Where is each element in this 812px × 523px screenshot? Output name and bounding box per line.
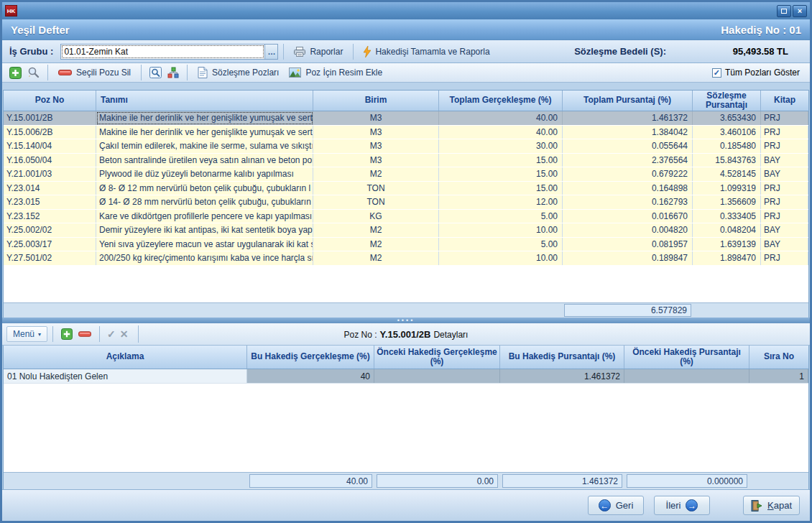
cell-poz_no[interactable]: Y.23.152 xyxy=(4,210,96,223)
cell-pursantaj[interactable]: 0.016670 xyxy=(563,210,693,223)
geri-button[interactable]: ← Geri xyxy=(588,496,644,515)
cell-birim[interactable]: M3 xyxy=(313,139,439,153)
cell-sozlesme_pursantaji[interactable]: 1.639139 xyxy=(693,238,761,251)
cell-bu_pursantaj[interactable]: 1.461372 xyxy=(500,369,624,383)
col-header-onceki-gerceklesme[interactable]: Önceki Hakediş Gerçekleşme (%) xyxy=(374,346,500,369)
cell-birim[interactable]: M2 xyxy=(313,223,439,237)
table-row[interactable]: Y.23.014Ø 8- Ø 12 mm nervürlü beton çeli… xyxy=(4,182,808,196)
cell-tanim[interactable]: Beton santralinde üretilen veya satın al… xyxy=(96,154,313,167)
cell-birim[interactable]: TON xyxy=(313,182,439,195)
cancel-icon[interactable]: ✕ xyxy=(118,328,131,340)
cell-gerceklesme[interactable]: 10.00 xyxy=(439,223,563,237)
cell-gerceklesme[interactable]: 40.00 xyxy=(439,111,563,125)
kapat-button[interactable]: Kapat xyxy=(743,496,800,515)
cell-kitap[interactable]: PRJ xyxy=(761,195,808,209)
col-header-tanimi[interactable]: Tanımı xyxy=(96,91,313,111)
menu-button[interactable]: Menü ▾ xyxy=(6,326,47,342)
is-grubu-browse-button[interactable]: … xyxy=(264,45,277,59)
poz-tree-button[interactable] xyxy=(165,65,182,80)
col-header-onceki-pursantaj[interactable]: Önceki Hakediş Pursantajı (%) xyxy=(624,346,749,369)
cell-gerceklesme[interactable]: 12.00 xyxy=(439,195,563,209)
ileri-button[interactable]: İleri → xyxy=(654,496,710,515)
cell-poz_no[interactable]: Y.21.001/03 xyxy=(4,167,96,181)
is-grubu-combobox[interactable]: 01.01-Zemin Kat … xyxy=(60,44,278,60)
cell-sozlesme_pursantaji[interactable]: 4.528145 xyxy=(693,167,761,181)
hakedisi-tamamla-button[interactable]: Hakedişi Tamamla ve Raporla xyxy=(359,44,494,60)
cell-sozlesme_pursantaji[interactable]: 3.653430 xyxy=(693,111,761,125)
cell-pursantaj[interactable]: 0.081957 xyxy=(563,238,693,251)
cell-gerceklesme[interactable]: 40.00 xyxy=(439,126,563,139)
cell-poz_no[interactable]: Y.15.006/2B xyxy=(4,126,96,139)
add-poz-button[interactable] xyxy=(6,65,24,80)
table-row[interactable]: Y.27.501/02200/250 kg kireç/çimento karı… xyxy=(4,251,808,266)
cell-kitap[interactable]: BAY xyxy=(761,167,808,181)
cell-gerceklesme[interactable]: 15.00 xyxy=(439,154,563,167)
cell-kitap[interactable]: BAY xyxy=(761,223,808,237)
cell-poz_no[interactable]: Y.25.003/17 xyxy=(4,238,96,251)
cell-gerceklesme[interactable]: 10.00 xyxy=(439,251,563,265)
cell-sozlesme_pursantaji[interactable]: 0.333405 xyxy=(693,210,761,223)
cell-kitap[interactable]: PRJ xyxy=(761,111,808,125)
cell-poz_no[interactable]: Y.25.002/02 xyxy=(4,223,96,237)
cell-tanim[interactable]: Ø 8- Ø 12 mm nervürlü beton çelik çubuğu… xyxy=(96,182,313,195)
cell-tanim[interactable]: Kare ve dikdörtgen profillerle pencere v… xyxy=(96,210,313,223)
cell-gerceklesme[interactable]: 15.00 xyxy=(439,182,563,195)
col-header-aciklama[interactable]: Açıklama xyxy=(4,346,247,369)
accept-icon[interactable]: ✓ xyxy=(105,328,118,340)
cell-kitap[interactable]: PRJ xyxy=(761,126,808,139)
preview-poz-button[interactable] xyxy=(147,65,165,80)
cell-sozlesme_pursantaji[interactable]: 1.898470 xyxy=(693,251,761,265)
cell-onceki_pursantaj[interactable] xyxy=(624,369,749,383)
cell-birim[interactable]: M3 xyxy=(313,154,439,167)
col-header-bu-gerceklesme[interactable]: Bu Hakediş Gerçekleşme (%) xyxy=(247,346,374,369)
cell-kitap[interactable]: BAY xyxy=(761,154,808,167)
cell-tanim[interactable]: Yeni sıva yüzeylere macun ve astar uygul… xyxy=(96,238,313,251)
cell-birim[interactable]: TON xyxy=(313,195,439,209)
checkbox-checked-icon[interactable]: ✓ xyxy=(712,68,721,78)
cell-tanim[interactable]: Demir yüzeylere iki kat antipas, iki kat… xyxy=(96,223,313,237)
cell-sozlesme_pursantaji[interactable]: 0.185480 xyxy=(693,139,761,153)
cell-gerceklesme[interactable]: 5.00 xyxy=(439,238,563,251)
table-row[interactable]: Y.23.152Kare ve dikdörtgen profillerle p… xyxy=(4,210,808,224)
cell-sozlesme_pursantaji[interactable]: 0.048204 xyxy=(693,223,761,237)
cell-tanim[interactable]: Çakıl temin edilerek, makine ile serme, … xyxy=(96,139,313,153)
secili-pozu-sil-button[interactable]: Seçili Pozu Sil xyxy=(53,65,136,80)
table-row[interactable]: Y.21.001/03Plywood ile düz yüzeyli beton… xyxy=(4,167,808,182)
cell-tanim[interactable]: Plywood ile düz yüzeyli betonarme kalıbı… xyxy=(96,167,313,181)
cell-poz_no[interactable]: Y.15.001/2B xyxy=(4,111,96,125)
cell-birim[interactable]: KG xyxy=(313,210,439,223)
edit-poz-button[interactable] xyxy=(24,65,42,80)
cell-kitap[interactable]: BAY xyxy=(761,238,808,251)
cell-tanim[interactable]: Ø 14- Ø 28 mm nervürlü beton çelik çubuğ… xyxy=(96,195,313,209)
col-header-pursantaj[interactable]: Toplam Pursantaj (%) xyxy=(563,91,693,111)
cell-birim[interactable]: M2 xyxy=(313,167,439,181)
cell-tanim[interactable]: Makine ile her derinlik ve her genişlikt… xyxy=(96,111,313,125)
cell-gerceklesme[interactable]: 15.00 xyxy=(439,167,563,181)
is-grubu-value[interactable]: 01.01-Zemin Kat xyxy=(61,45,264,59)
cell-kitap[interactable]: PRJ xyxy=(761,210,808,223)
table-row[interactable]: Y.25.002/02Demir yüzeylere iki kat antip… xyxy=(4,223,808,238)
cell-poz_no[interactable]: Y.23.015 xyxy=(4,195,96,209)
table-row[interactable]: Y.15.001/2BMakine ile her derinlik ve he… xyxy=(4,111,808,126)
col-header-sozlesme-pursantaji[interactable]: Sözleşme Pursantajı xyxy=(693,91,761,111)
cell-pursantaj[interactable]: 1.384042 xyxy=(563,126,693,139)
cell-gerceklesme[interactable]: 5.00 xyxy=(439,210,563,223)
col-header-gerceklesme[interactable]: Toplam Gerçekleşme (%) xyxy=(439,91,563,111)
col-header-sira-no[interactable]: Sıra No xyxy=(749,346,808,369)
cell-birim[interactable]: M3 xyxy=(313,111,439,125)
cell-pursantaj[interactable]: 0.679222 xyxy=(563,167,693,181)
detail-delete-button[interactable] xyxy=(75,330,94,338)
cell-sozlesme_pursantaji[interactable]: 1.099319 xyxy=(693,182,761,195)
cell-sozlesme_pursantaji[interactable]: 3.460106 xyxy=(693,126,761,139)
maximize-button[interactable] xyxy=(777,5,791,17)
cell-pursantaj[interactable]: 0.162793 xyxy=(563,195,693,209)
cell-pursantaj[interactable]: 2.376564 xyxy=(563,154,693,167)
col-header-birim[interactable]: Birim xyxy=(313,91,439,111)
cell-aciklama[interactable]: 01 Nolu Hakedişten Gelen xyxy=(4,369,247,383)
cell-poz_no[interactable]: Y.16.050/04 xyxy=(4,154,96,167)
cell-kitap[interactable]: PRJ xyxy=(761,182,808,195)
cell-sozlesme_pursantaji[interactable]: 15.843763 xyxy=(693,154,761,167)
table-row[interactable]: Y.16.050/04Beton santralinde üretilen ve… xyxy=(4,154,808,168)
table-row[interactable]: Y.15.006/2BMakine ile her derinlik ve he… xyxy=(4,126,808,140)
cell-bu_gerceklesme[interactable]: 40 xyxy=(247,369,374,383)
